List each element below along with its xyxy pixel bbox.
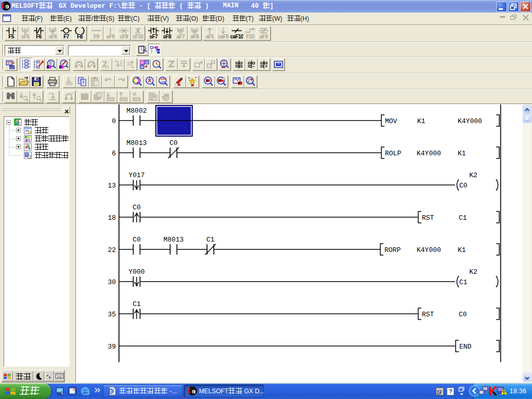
svg-text:35: 35 (108, 311, 116, 318)
svg-text:K2: K2 (469, 268, 477, 276)
svg-text:Y000: Y000 (128, 268, 144, 276)
svg-text:K4Y000: K4Y000 (417, 150, 441, 157)
svg-text:C0: C0 (169, 139, 178, 147)
svg-text:C1: C1 (459, 214, 467, 222)
svg-text:C0: C0 (459, 311, 467, 318)
svg-text:M8013: M8013 (126, 139, 147, 147)
svg-text:K4Y000: K4Y000 (417, 246, 441, 254)
svg-text:K1: K1 (417, 117, 425, 125)
svg-text:RORP: RORP (384, 246, 401, 254)
svg-text:C0: C0 (459, 182, 468, 190)
svg-text:K4Y000: K4Y000 (458, 117, 482, 125)
svg-text:M8002: M8002 (126, 107, 147, 115)
svg-text:C1: C1 (206, 236, 215, 244)
svg-text:30: 30 (108, 278, 116, 286)
svg-text:Y017: Y017 (128, 171, 144, 179)
svg-text:K2: K2 (469, 171, 477, 179)
svg-text:13: 13 (108, 182, 116, 190)
svg-text:39: 39 (108, 343, 116, 351)
svg-text:LD: LD (10, 66, 14, 69)
svg-text:END: END (459, 343, 472, 351)
svg-text:K1: K1 (458, 150, 466, 157)
svg-text:RST: RST (422, 311, 434, 318)
svg-text:22: 22 (108, 246, 116, 254)
svg-text:C0: C0 (132, 204, 141, 211)
svg-text:ROLP: ROLP (385, 150, 401, 157)
svg-text:18: 18 (108, 214, 116, 222)
svg-text:RST: RST (422, 214, 434, 222)
svg-text:123: 123 (161, 81, 165, 84)
svg-text:MOV: MOV (385, 117, 397, 125)
svg-text:C1: C1 (459, 278, 468, 286)
svg-text:0: 0 (112, 117, 116, 125)
svg-text:C1: C1 (132, 300, 141, 308)
svg-text:K1: K1 (458, 246, 466, 254)
svg-text:M8013: M8013 (163, 236, 183, 244)
svg-text:C0: C0 (132, 236, 141, 244)
svg-text:6: 6 (112, 150, 116, 157)
